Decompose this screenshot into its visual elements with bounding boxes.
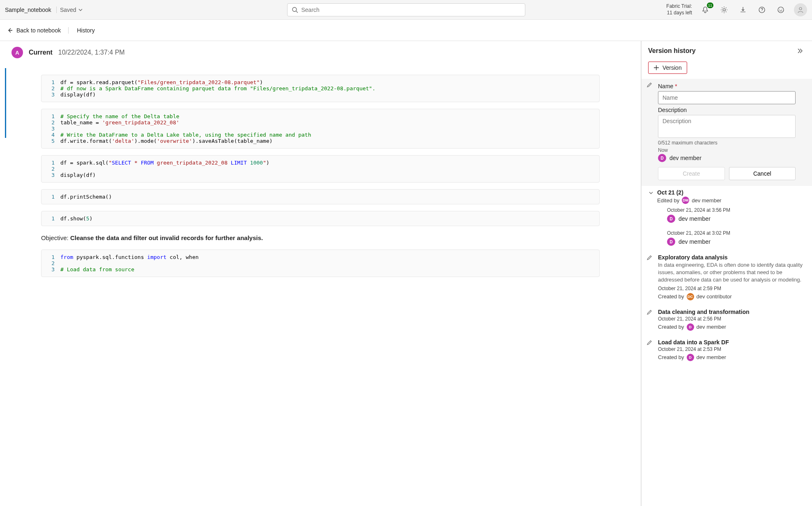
active-cell-indicator bbox=[5, 68, 6, 138]
named-version-time: October 21, 2024 at 2:53 PM bbox=[658, 346, 805, 352]
name-input[interactable] bbox=[658, 91, 796, 104]
notebook-title[interactable]: Sample_notebook bbox=[5, 7, 57, 13]
top-bar: Sample_notebook Saved Fabric Trial: 11 d… bbox=[0, 0, 812, 20]
svg-point-0 bbox=[292, 7, 297, 11]
settings-button[interactable] bbox=[718, 4, 730, 16]
named-version[interactable]: Data cleaning and transformation October… bbox=[642, 305, 812, 335]
history-item-time: October 21, 2024 at 3:56 PM bbox=[667, 207, 805, 213]
author-avatar: D bbox=[658, 154, 666, 162]
history-item[interactable]: October 21, 2024 at 3:56 PM D dev member bbox=[648, 204, 805, 227]
code-cell[interactable]: 1from pyspark.sql.functions import col, … bbox=[41, 250, 600, 277]
code-content: df.write.format('delta').mode('overwrite… bbox=[60, 138, 273, 144]
line-number: 1 bbox=[48, 215, 60, 222]
code-cell[interactable]: 1df.show(5) bbox=[41, 211, 600, 226]
notebook-panel: A Current 10/22/2024, 1:37:4 PM 1df = sp… bbox=[0, 41, 641, 506]
author-avatar: D bbox=[687, 354, 694, 361]
code-cell[interactable]: 1df = spark.sql("SELECT * FROM green_tri… bbox=[41, 155, 600, 183]
line-number: 2 bbox=[48, 119, 60, 126]
line-number: 1 bbox=[48, 254, 60, 260]
download-button[interactable] bbox=[737, 4, 749, 16]
code-cell[interactable]: 1df.printSchema() bbox=[41, 189, 600, 204]
add-version-button[interactable]: Version bbox=[648, 62, 687, 74]
svg-point-4 bbox=[778, 7, 784, 13]
description-field-label: Description bbox=[658, 107, 796, 113]
named-version[interactable]: Exploratory data analysis In data engine… bbox=[642, 250, 812, 305]
code-content: df = spark.sql("SELECT * FROM green_trip… bbox=[60, 160, 269, 166]
author-avatar: DC bbox=[687, 293, 694, 300]
named-version-title: Data cleaning and transformation bbox=[658, 309, 805, 315]
create-button[interactable]: Create bbox=[658, 167, 725, 180]
code-content: df.printSchema() bbox=[60, 194, 112, 200]
named-version-title: Exploratory data analysis bbox=[658, 254, 805, 261]
cancel-button[interactable]: Cancel bbox=[729, 167, 796, 180]
line-number: 2 bbox=[48, 166, 60, 172]
name-field-label: Name * bbox=[658, 83, 796, 89]
person-icon bbox=[797, 6, 804, 14]
code-content: display(df) bbox=[60, 172, 96, 178]
edit-icon[interactable] bbox=[646, 309, 652, 315]
notifications-button[interactable]: 11 bbox=[699, 4, 711, 16]
svg-point-6 bbox=[782, 9, 782, 9]
named-version-desc: In data engineering, EDA is often done t… bbox=[658, 261, 805, 284]
current-version-time: 10/22/2024, 1:37:4 PM bbox=[58, 49, 125, 56]
smiley-icon bbox=[777, 6, 784, 14]
svg-point-7 bbox=[799, 7, 802, 10]
history-item-author: D dev member bbox=[667, 238, 805, 246]
char-counter: 0/512 maximum characters bbox=[658, 140, 796, 146]
edit-icon bbox=[646, 82, 652, 88]
edit-icon[interactable] bbox=[646, 255, 652, 261]
notebook-scroll[interactable]: 1df = spark.read.parquet("Files/green_tr… bbox=[0, 64, 641, 506]
code-cell[interactable]: 1# Specify the name of the Delta table2t… bbox=[41, 109, 600, 149]
saved-status[interactable]: Saved bbox=[60, 7, 83, 13]
author-avatar: D bbox=[667, 215, 675, 223]
editor-avatar: DM bbox=[682, 197, 689, 204]
search-box[interactable] bbox=[287, 3, 525, 16]
history-label: History bbox=[77, 27, 95, 34]
chevrons-right-icon bbox=[796, 48, 803, 54]
back-to-notebook-link[interactable]: Back to notebook bbox=[7, 27, 69, 34]
group-title[interactable]: Oct 21 (2) bbox=[657, 189, 721, 196]
chevron-down-icon bbox=[78, 7, 83, 12]
objective-label: Objective: bbox=[41, 234, 70, 241]
line-number: 3 bbox=[48, 126, 60, 132]
notification-badge: 11 bbox=[707, 2, 713, 8]
download-icon bbox=[739, 6, 747, 14]
named-version[interactable]: Load data into a Spark DF October 21, 20… bbox=[642, 335, 812, 365]
history-item-time: October 21, 2024 at 3:02 PM bbox=[667, 230, 805, 236]
help-button[interactable] bbox=[756, 4, 768, 16]
author-avatar: D bbox=[687, 323, 694, 331]
account-avatar[interactable] bbox=[794, 3, 807, 16]
group-edited-by: Edited by DM dev member bbox=[657, 197, 721, 204]
line-number: 2 bbox=[48, 260, 60, 266]
line-number: 1 bbox=[48, 113, 60, 119]
named-version-title: Load data into a Spark DF bbox=[658, 339, 805, 346]
history-item[interactable]: October 21, 2024 at 3:02 PM D dev member bbox=[648, 227, 805, 250]
line-number: 3 bbox=[48, 92, 60, 98]
line-number: 3 bbox=[48, 172, 60, 178]
feedback-button[interactable] bbox=[775, 4, 787, 16]
current-version-name: Current bbox=[29, 49, 53, 56]
gear-icon bbox=[720, 6, 728, 14]
code-content: table_name = 'green_tripdata_2022_08' bbox=[60, 119, 179, 126]
trial-status: Fabric Trial: 11 days left bbox=[666, 3, 692, 16]
objective-value: Cleanse the data and filter out invalid … bbox=[70, 234, 263, 241]
plus-icon bbox=[653, 65, 659, 71]
svg-point-2 bbox=[723, 9, 725, 11]
line-number: 1 bbox=[48, 79, 60, 85]
search-input[interactable] bbox=[301, 7, 521, 13]
description-input[interactable] bbox=[658, 115, 796, 138]
help-icon bbox=[758, 6, 766, 14]
author-name: dev member bbox=[669, 155, 702, 161]
line-number: 4 bbox=[48, 132, 60, 138]
edit-icon[interactable] bbox=[646, 340, 652, 346]
search-icon bbox=[292, 7, 298, 13]
collapse-panel-button[interactable] bbox=[794, 45, 805, 57]
markdown-cell[interactable]: Objective: Cleanse the data and filter o… bbox=[41, 234, 600, 241]
code-content: from pyspark.sql.functions import col, w… bbox=[60, 254, 199, 260]
line-number: 5 bbox=[48, 138, 60, 144]
history-group: Oct 21 (2) Edited by DM dev member Octob… bbox=[642, 186, 812, 250]
code-cell[interactable]: 1df = spark.read.parquet("Files/green_tr… bbox=[41, 75, 600, 102]
named-version-created: Created by D dev member bbox=[658, 323, 805, 331]
svg-line-1 bbox=[296, 11, 298, 13]
chevron-down-icon[interactable] bbox=[648, 190, 654, 196]
